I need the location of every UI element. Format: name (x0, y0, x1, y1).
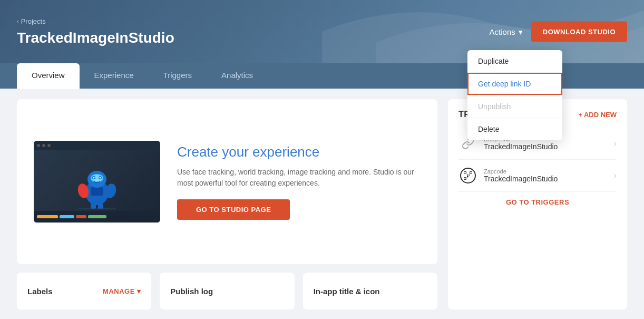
chevron-down-icon: ▾ (519, 27, 523, 36)
trigger-name-deeplink: TrackedImageInStudio (484, 142, 614, 151)
svg-rect-18 (465, 172, 465, 173)
go-to-studio-button[interactable]: GO TO STUDIO PAGE (177, 199, 290, 220)
svg-rect-27 (467, 176, 468, 177)
manage-button[interactable]: MANAGE ▾ (103, 287, 141, 295)
svg-rect-21 (471, 172, 471, 173)
chevron-down-icon: ▾ (137, 287, 141, 295)
hero-image (34, 141, 160, 223)
hero-section: Create your experience Use face tracking… (17, 99, 437, 264)
tab-experience[interactable]: Experience (80, 63, 149, 89)
bottom-cards: Labels MANAGE ▾ Publish log In-app title… (17, 273, 437, 310)
zapcode-icon (458, 166, 477, 185)
tab-analytics[interactable]: Analytics (207, 63, 268, 89)
bar-chip (76, 215, 86, 218)
publish-log-card: Publish log (160, 273, 294, 310)
chevron-right-icon: › (614, 171, 617, 180)
bar-chip (60, 215, 74, 218)
header-actions: Actions ▾ DOWNLOAD STUDIO (490, 22, 627, 42)
dropdown-item-duplicate[interactable]: Duplicate (467, 50, 562, 72)
hero-bottom-bar (34, 211, 160, 223)
hero-text: Create your experience Use face tracking… (177, 144, 421, 220)
tab-overview[interactable]: Overview (17, 63, 80, 89)
svg-rect-24 (465, 178, 465, 179)
hero-title: Create your experience (177, 144, 421, 160)
actions-label: Actions (490, 27, 515, 36)
go-to-triggers-button[interactable]: GO TO TRIGGERS (458, 192, 617, 212)
bar-chip (37, 215, 58, 218)
hero-description: Use face tracking, world tracking, image… (177, 167, 421, 189)
svg-rect-1 (91, 187, 103, 196)
dropdown-item-deeplink[interactable]: Get deep link ID (467, 73, 562, 95)
in-app-title: In-app title & icon (314, 287, 380, 296)
dropdown-item-delete[interactable]: Delete (467, 118, 562, 140)
tab-triggers[interactable]: Triggers (149, 63, 207, 89)
add-new-button[interactable]: + ADD NEW (578, 111, 617, 119)
trigger-info-zapcode: Zapcode TrackedImageInStudio (484, 168, 614, 183)
bar-chip (88, 215, 106, 218)
chevron-right-icon: › (614, 139, 617, 148)
dropdown-item-unpublish: Unpublish (467, 95, 562, 118)
trigger-item-zapcode[interactable]: Zapcode TrackedImageInStudio › (458, 160, 617, 192)
labels-card-title: Labels (27, 287, 53, 296)
left-panel: Create your experience Use face tracking… (17, 99, 437, 310)
in-app-title-card: In-app title & icon (303, 273, 437, 310)
trigger-name-zapcode: TrackedImageInStudio (484, 175, 614, 183)
back-arrow-icon: ‹ (17, 18, 19, 24)
actions-button[interactable]: Actions ▾ (490, 27, 523, 36)
breadcrumb-label[interactable]: Projects (21, 17, 46, 25)
labels-card: Labels MANAGE ▾ (17, 273, 151, 310)
hero-image-inner (34, 141, 160, 223)
svg-rect-25 (467, 175, 468, 176)
svg-point-8 (100, 177, 101, 178)
svg-rect-28 (469, 176, 469, 177)
svg-rect-29 (470, 175, 470, 175)
svg-rect-26 (469, 175, 470, 176)
download-studio-button[interactable]: DOWNLOAD STUDIO (531, 22, 627, 42)
svg-rect-30 (467, 177, 467, 178)
trigger-type-zapcode: Zapcode (484, 168, 614, 175)
svg-point-7 (93, 177, 95, 178)
actions-dropdown: Duplicate Get deep link ID Unpublish Del… (467, 50, 562, 140)
publish-log-title: Publish log (170, 287, 213, 296)
robot-character (71, 153, 123, 211)
